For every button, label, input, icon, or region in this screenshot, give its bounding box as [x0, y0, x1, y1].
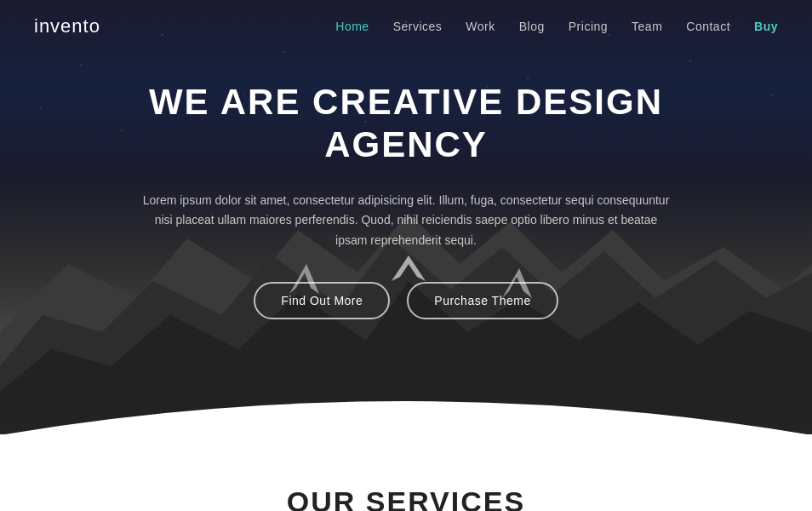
hero-title: WE ARE CREATIVE DESIGN AGENCY	[68, 81, 744, 167]
hero-content: WE ARE CREATIVE DESIGN AGENCY Lorem ipsu…	[0, 81, 812, 319]
nav-item-team[interactable]: Team	[632, 19, 662, 34]
find-out-more-button[interactable]: Find Out More	[254, 282, 390, 319]
brand-logo[interactable]: invento	[34, 15, 100, 37]
nav-link-work[interactable]: Work	[466, 20, 495, 33]
hero-description: Lorem ipsum dolor sit amet, consectetur …	[142, 191, 670, 251]
navbar: invento Home Services Work Blog Pricing …	[0, 0, 812, 53]
nav-item-pricing[interactable]: Pricing	[569, 19, 608, 34]
nav-link-home[interactable]: Home	[335, 20, 369, 33]
nav-item-work[interactable]: Work	[466, 19, 495, 34]
nav-link-pricing[interactable]: Pricing	[569, 20, 608, 33]
nav-item-contact[interactable]: Contact	[686, 19, 730, 34]
nav-link-blog[interactable]: Blog	[519, 20, 545, 33]
nav-link-services[interactable]: Services	[393, 20, 443, 33]
nav-item-services[interactable]: Services	[393, 19, 443, 34]
hero-buttons: Find Out More Purchase Theme	[68, 282, 744, 319]
hero-section: WE ARE CREATIVE DESIGN AGENCY Lorem ipsu…	[0, 0, 812, 434]
nav-link-buy[interactable]: Buy	[754, 20, 778, 33]
nav-item-home[interactable]: Home	[335, 19, 369, 34]
nav-link-contact[interactable]: Contact	[686, 20, 730, 33]
nav-item-blog[interactable]: Blog	[519, 19, 545, 34]
purchase-theme-button[interactable]: Purchase Theme	[407, 282, 558, 319]
nav-links: Home Services Work Blog Pricing Team Con…	[335, 19, 778, 34]
services-section: OUR SERVICES	[0, 434, 812, 511]
hero-curve	[0, 367, 812, 434]
nav-link-team[interactable]: Team	[632, 20, 662, 33]
nav-item-buy[interactable]: Buy	[754, 19, 778, 34]
services-title: OUR SERVICES	[34, 485, 778, 511]
